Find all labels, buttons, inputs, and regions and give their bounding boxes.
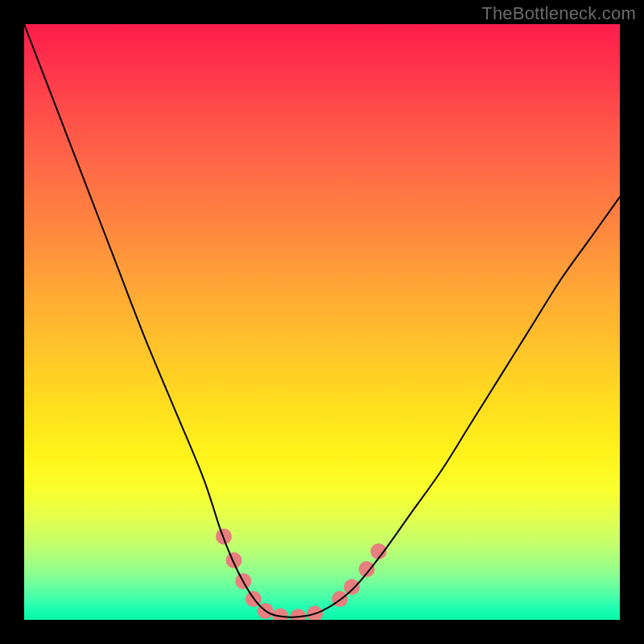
watermark-text: TheBottleneck.com	[481, 3, 636, 24]
marker-dot	[344, 579, 360, 595]
marker-dot	[225, 552, 242, 568]
marker-dot	[307, 606, 323, 620]
chart-root: TheBottleneck.com	[0, 0, 644, 644]
markers-group	[216, 528, 386, 620]
marker-dot	[272, 609, 288, 620]
curve-layer	[24, 24, 620, 620]
bottleneck-curve	[24, 24, 620, 617]
marker-dot	[359, 561, 375, 577]
marker-dot	[290, 609, 306, 620]
plot-area	[24, 24, 620, 620]
